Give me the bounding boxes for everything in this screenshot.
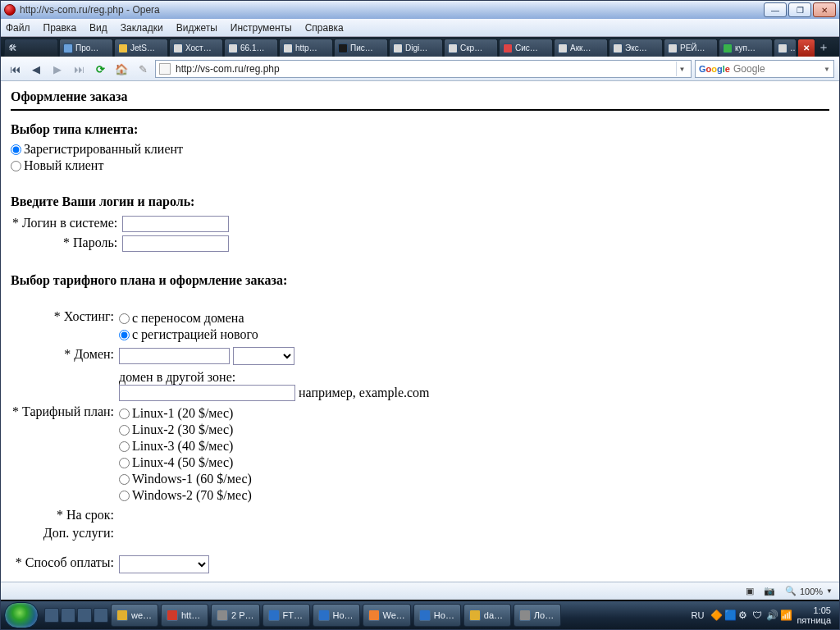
taskbar-button[interactable]: Ho… (413, 604, 461, 627)
tray-icons: 🔶 🟦 ⚙ 🛡 🔊 📶 (710, 609, 792, 621)
tray-icon[interactable]: 📶 (780, 609, 792, 621)
tab[interactable]: Хост… (169, 39, 223, 57)
system-tray: RU 🔶 🟦 ⚙ 🛡 🔊 📶 1:05 пятница (690, 605, 836, 625)
camera-icon[interactable]: ▣ (746, 586, 754, 596)
radio-registered[interactable] (11, 144, 21, 155)
clock[interactable]: 1:05 пятница (797, 605, 831, 625)
taskbar-button[interactable]: da… (463, 604, 511, 627)
reload-button[interactable]: ⟳ (91, 60, 109, 78)
tab[interactable]: Про… (59, 39, 113, 57)
tab[interactable]: http… (279, 39, 333, 57)
radio-new[interactable] (11, 161, 21, 171)
google-icon: Google (699, 64, 730, 74)
tray-icon[interactable]: 🔶 (710, 609, 722, 621)
domain-zone-select[interactable] (233, 347, 294, 365)
search-dropdown-icon[interactable]: ▼ (824, 66, 830, 73)
close-button[interactable]: ✕ (813, 2, 836, 17)
tab[interactable]: Скр… (444, 39, 498, 57)
maximize-button[interactable]: ❐ (788, 2, 811, 17)
opera-icon (4, 4, 16, 16)
tray-icon[interactable]: 🛡 (752, 609, 764, 621)
taskbar-button[interactable]: Ло… (514, 604, 561, 627)
start-button[interactable] (4, 602, 39, 628)
taskbar-button[interactable]: htt… (161, 604, 208, 627)
camera2-icon[interactable]: 📷 (764, 586, 775, 596)
tray-icon[interactable]: ⚙ (738, 609, 750, 621)
search-bar[interactable]: Google Google Google ▼ (695, 60, 834, 78)
zoom-dropdown-icon[interactable]: ▼ (826, 587, 833, 595)
taskbar-button[interactable]: We… (363, 604, 411, 627)
ql-icon[interactable] (44, 608, 59, 623)
close-tab-button[interactable]: ✕ (797, 39, 815, 57)
radio-plan-5[interactable] (119, 474, 130, 485)
password-label: * Пароль: (11, 234, 121, 253)
radio-plan-2[interactable] (119, 425, 130, 436)
titlebar: http://vs-com.ru/reg.php - Opera — ❐ ✕ (1, 1, 839, 19)
fastforward-button[interactable]: ⏭ (70, 60, 88, 78)
tab[interactable]: Сис… (499, 39, 553, 57)
menu-bookmarks[interactable]: Закладки (121, 22, 163, 34)
radio-registered-row: Зарегистрированный клиент (11, 142, 829, 157)
language-indicator[interactable]: RU (690, 609, 706, 622)
back-button[interactable]: ◀ (27, 60, 45, 78)
ql-icon[interactable] (94, 608, 108, 623)
tab[interactable]: куп… (719, 39, 773, 57)
payment-label: * Способ оплаты: (11, 554, 117, 575)
tab[interactable]: 66.1… (224, 39, 278, 57)
taskbar-button[interactable]: Ho… (313, 604, 360, 627)
taskbar-button[interactable]: we… (111, 604, 158, 627)
plan-section-title: Выбор тарифного плана и оформление заказ… (11, 273, 829, 288)
menu-widgets[interactable]: Виджеты (176, 22, 217, 34)
radio-plan-4[interactable] (119, 458, 130, 468)
extras-label: Доп. услуги: (11, 524, 117, 542)
tab[interactable]: … (774, 39, 797, 57)
address-bar[interactable]: http://vs-com.ru/reg.php ▼ (155, 60, 692, 78)
tab[interactable]: JetS… (114, 39, 168, 57)
radio-hosting-register[interactable] (119, 330, 130, 340)
tab[interactable]: Экс… (609, 39, 663, 57)
home-button[interactable]: 🏠 (112, 60, 130, 78)
zoom-control[interactable]: 🔍 100% ▼ (785, 586, 833, 596)
search-placeholder: Google (733, 63, 765, 75)
tray-icon[interactable]: 🔊 (766, 609, 778, 621)
domain-alt-input[interactable] (119, 385, 295, 401)
tray-icon[interactable]: 🟦 (724, 609, 736, 621)
tab[interactable]: РЕЙ… (664, 39, 718, 57)
radio-plan-3[interactable] (119, 441, 130, 452)
radio-plan-1[interactable] (119, 409, 130, 419)
address-dropdown[interactable]: ▼ (676, 62, 687, 76)
wand-button[interactable]: ✎ (134, 60, 152, 78)
radio-hosting-transfer[interactable] (119, 313, 130, 324)
taskbar-button[interactable]: FT… (262, 604, 310, 627)
quicklaunch (44, 608, 108, 623)
menu-help[interactable]: Справка (305, 22, 344, 34)
taskbar: we… htt… 2 P… FT… Ho… We… Ho… da… Ло… RU… (1, 600, 839, 629)
ql-icon[interactable] (61, 608, 75, 623)
tab[interactable]: Акк… (554, 39, 608, 57)
minimize-button[interactable]: — (764, 2, 787, 17)
taskbar-button[interactable]: 2 P… (211, 604, 260, 627)
clock-time: 1:05 (797, 605, 831, 615)
domain-input[interactable] (119, 348, 230, 364)
window-title: http://vs-com.ru/reg.php - Opera (20, 4, 764, 16)
menu-tools[interactable]: Инструменты (231, 22, 292, 34)
tab[interactable]: Пис… (334, 39, 388, 57)
radio-hosting-transfer-label: с переносом домена (132, 311, 244, 326)
radio-new-label: Новый клиент (24, 158, 103, 173)
wrench-button[interactable]: 🛠 (4, 39, 58, 57)
radio-new-row: Новый клиент (11, 158, 829, 173)
new-tab-button[interactable]: ＋ (816, 40, 831, 55)
menu-view[interactable]: Вид (89, 22, 107, 34)
payment-select[interactable] (119, 555, 209, 573)
password-input[interactable] (122, 235, 229, 252)
ql-icon[interactable] (77, 608, 92, 623)
radio-plan-5-label: Windows-1 (60 $/мес) (132, 472, 252, 486)
menu-edit[interactable]: Правка (43, 22, 77, 34)
page-heading: Оформление заказа (11, 89, 829, 104)
forward-button[interactable]: ▶ (48, 60, 66, 78)
tab[interactable]: Digi… (389, 39, 443, 57)
rewind-button[interactable]: ⏮ (6, 60, 24, 78)
radio-plan-6[interactable] (119, 491, 130, 501)
menu-file[interactable]: Файл (6, 22, 30, 34)
login-input[interactable] (122, 216, 229, 232)
